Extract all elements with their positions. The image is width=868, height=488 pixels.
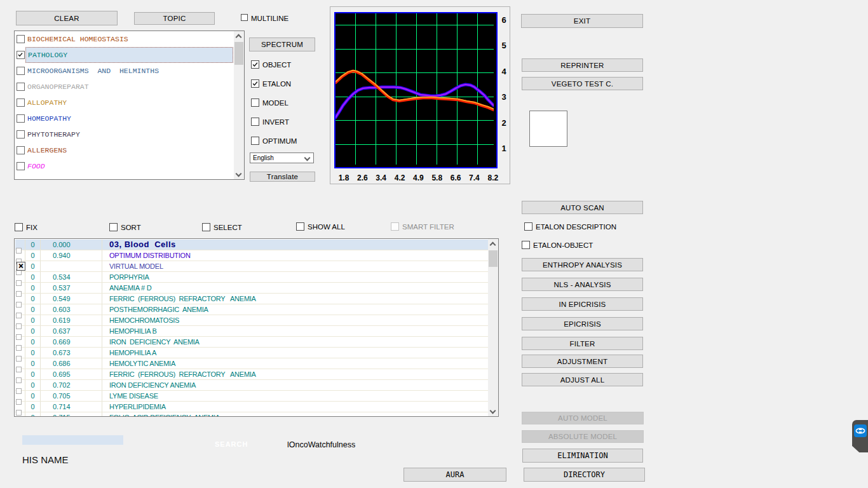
optimum-checkbox[interactable] <box>251 137 259 145</box>
showall-label: SHOW ALL <box>308 223 345 231</box>
table-row[interactable]: 00.603POSTHEMORRHAGIC ANEMIA <box>15 304 489 315</box>
category-list-scrollbar[interactable] <box>234 31 244 179</box>
clear-button[interactable]: CLEAR <box>16 11 118 25</box>
row-expand-box[interactable] <box>16 356 22 362</box>
row-expand-box[interactable] <box>16 302 22 308</box>
category-checkbox[interactable] <box>17 162 25 170</box>
results-table[interactable]: 00.00003, Blood Cells00.940OPTIMUM DISTR… <box>14 238 499 417</box>
vegeto-button[interactable]: VEGETO TEST C. <box>522 77 643 90</box>
category-label: PHYTOTHERAPY <box>27 130 80 139</box>
table-row[interactable]: 00.534PORPHYRIA <box>15 272 489 283</box>
category-item[interactable]: ALLOPATHY <box>15 95 233 111</box>
row-expand-box[interactable] <box>16 388 22 394</box>
row-expand-box[interactable] <box>16 334 22 340</box>
fix-checkbox[interactable] <box>15 223 23 231</box>
table-row[interactable]: 00.940OPTIMUM DISTRIBUTION <box>15 250 489 261</box>
spectrum-button[interactable]: SPECTRUM <box>249 37 315 51</box>
etalon-checkbox[interactable] <box>251 79 259 88</box>
invert-checkbox[interactable] <box>251 118 259 126</box>
nls-button[interactable]: NLS - ANALYSIS <box>522 278 643 291</box>
elimination-button[interactable]: ELIMINATION <box>522 449 643 463</box>
multiline-checkbox[interactable] <box>241 14 248 21</box>
row-name-cell: PORPHYRIA <box>102 272 489 282</box>
language-select[interactable]: English <box>250 152 314 163</box>
table-row[interactable]: 00.702IRON DEFICIENCY ANEMIA <box>15 380 489 391</box>
category-checkbox[interactable] <box>17 83 25 91</box>
table-row[interactable]: 00.686HEMOLYTIC ANEMIA <box>15 358 489 369</box>
exit-button[interactable]: EXIT <box>521 14 643 28</box>
category-item[interactable]: FOOD <box>15 158 233 174</box>
translate-button[interactable]: Translate <box>250 172 315 182</box>
showall-checkbox[interactable] <box>296 222 304 231</box>
topic-button[interactable]: TOPIC <box>134 12 215 25</box>
row-expand-box[interactable] <box>16 367 22 372</box>
row-expand-box[interactable] <box>16 280 22 286</box>
filter-button[interactable]: FILTER <box>522 337 643 350</box>
epicrisis-button[interactable]: EPICRISIS <box>522 317 643 330</box>
row-expand-box[interactable] <box>16 291 22 297</box>
category-checkbox[interactable] <box>17 130 25 139</box>
table-row[interactable]: 00.00003, Blood Cells <box>15 240 489 250</box>
row-value-cell: 0.637 <box>41 326 102 336</box>
category-checkbox[interactable] <box>17 35 25 43</box>
adjustall-button[interactable]: ADJUST ALL <box>522 373 643 386</box>
row-expand-box[interactable] <box>16 323 22 329</box>
teamviewer-icon[interactable] <box>852 420 868 452</box>
row-expand-box[interactable] <box>16 313 22 318</box>
smartfilter-checkbox <box>391 222 399 231</box>
etalondesc-checkbox[interactable] <box>524 222 532 231</box>
etalonobj-checkbox[interactable] <box>522 241 530 249</box>
table-row[interactable]: 00.537ANAEMIA # D <box>15 283 489 294</box>
category-checkbox[interactable] <box>17 114 25 123</box>
sort-checkbox[interactable] <box>109 223 118 231</box>
spectrum-chart-panel: 1.82.63.44.24.95.86.67.48.2 654321 <box>330 6 510 184</box>
row-expand-box[interactable] <box>16 345 22 351</box>
category-checkbox[interactable] <box>17 146 25 154</box>
model-checkbox[interactable] <box>251 98 259 107</box>
search-input[interactable] <box>22 435 123 445</box>
table-row[interactable]: 00.669IRON DEFICIENCY ANEMIA <box>15 337 489 348</box>
scroll-down-icon[interactable] <box>490 408 496 414</box>
category-listbox[interactable]: BIOCHEMICAL HOMEOSTASISPATHOLOGYMICROORG… <box>14 30 245 180</box>
inepic-button[interactable]: IN EPICRISIS <box>522 297 643 311</box>
table-row[interactable]: 0VIRTUAL MODEL <box>15 261 489 272</box>
row-x-checkbox[interactable]: × <box>17 262 25 271</box>
table-row[interactable]: 00.637HEMOPHILIA B <box>15 326 489 337</box>
results-table-scrollbar[interactable] <box>488 239 498 416</box>
table-row[interactable]: 00.715FOLIC ACID DEFICIENCY ANEMIA <box>15 412 489 416</box>
category-checkbox[interactable] <box>17 67 25 75</box>
category-item[interactable]: HOMEOPATHY <box>15 111 233 126</box>
object-checkbox[interactable] <box>251 60 259 69</box>
row-expand-box[interactable] <box>16 377 22 383</box>
category-item[interactable]: ORGANOPREPARAT <box>15 79 233 95</box>
scroll-up-icon[interactable] <box>490 242 496 248</box>
adjustment-button[interactable]: ADJUSTMENT <box>522 355 643 368</box>
autoscan-button[interactable]: AUTO SCAN <box>522 201 643 214</box>
reprinter-button[interactable]: REPRINTER <box>522 58 643 72</box>
category-item[interactable]: PHYTOTHERAPY <box>15 126 233 142</box>
table-row[interactable]: 00.549FERRIC (FERROUS) REFRACTORY ANEMIA <box>15 294 489 304</box>
category-item[interactable]: MICROORGANISMS AND HELMINTHS <box>15 63 233 79</box>
scrollbar-thumb[interactable] <box>489 250 498 267</box>
aura-button[interactable]: AURA <box>403 468 506 482</box>
table-row[interactable]: 00.695FERRIC (FERROUS) REFRACTORY ANEMIA <box>15 369 489 380</box>
scrollbar-thumb[interactable] <box>234 42 243 65</box>
category-item[interactable]: ALLERGENS <box>15 142 233 158</box>
category-item[interactable]: BIOCHEMICAL HOMEOSTASIS <box>15 31 233 47</box>
row-expand-box[interactable] <box>16 399 22 405</box>
category-checkbox[interactable] <box>17 98 25 107</box>
scroll-down-icon[interactable] <box>236 171 242 177</box>
category-checkbox[interactable] <box>17 51 25 59</box>
table-row[interactable]: 00.619HEMOCHROMATOSIS <box>15 315 489 326</box>
enthropy-button[interactable]: ENTHROPY ANALYSIS <box>522 258 643 271</box>
row-expand-box[interactable] <box>16 248 22 254</box>
scroll-up-icon[interactable] <box>236 34 242 41</box>
category-item[interactable]: PATHOLOGY <box>15 47 233 63</box>
table-row[interactable]: 00.673HEMOPHILIA A <box>15 348 489 358</box>
table-row[interactable]: 00.714HYPERLIPIDEMIA <box>15 402 489 412</box>
y-tick-label: 1 <box>501 144 506 153</box>
row-expand-box[interactable] <box>16 410 22 416</box>
table-row[interactable]: 00.705LYME DISEASE <box>15 391 489 402</box>
select-checkbox[interactable] <box>202 223 210 231</box>
directory-button[interactable]: DIRECTORY <box>524 468 645 482</box>
